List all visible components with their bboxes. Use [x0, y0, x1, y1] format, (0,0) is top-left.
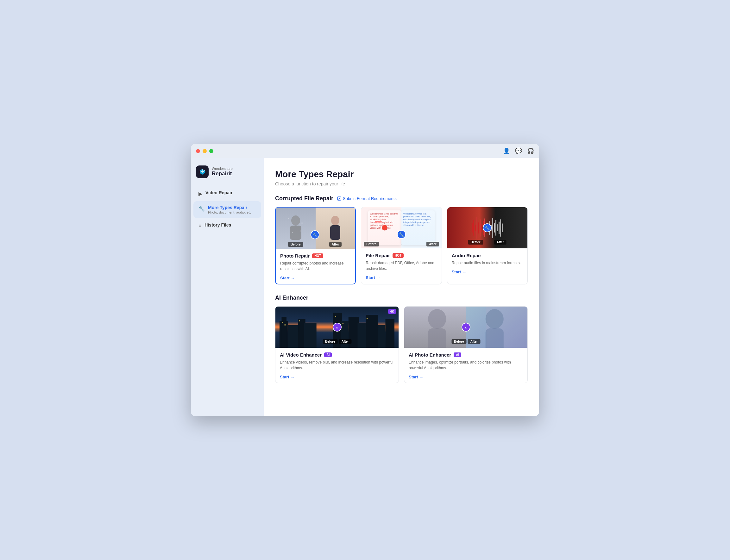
chat-icon[interactable]: 💬 — [515, 147, 522, 154]
svg-rect-2 — [290, 226, 301, 240]
file-repair-badge: 🔧 — [397, 230, 406, 239]
file-doc-before: Wondershare Virbo powerful AI video gene… — [368, 210, 402, 245]
close-button[interactable] — [196, 149, 200, 153]
ai-enhancer-header: AI Enhancer — [275, 295, 528, 301]
audio-repair-start[interactable]: Start → — [452, 270, 466, 274]
photo2-after-label: After — [468, 339, 480, 344]
ai-photo-title: AI Photo Enhancer — [409, 352, 451, 358]
sidebar-item-more-types-repair[interactable]: 🔧 More Types Repair Photo, document, aud… — [193, 201, 261, 218]
minimize-button[interactable] — [203, 149, 207, 153]
svg-rect-14 — [304, 323, 316, 348]
file-repair-start[interactable]: Start → — [366, 275, 380, 280]
photo-before: 🔧 Before — [276, 208, 315, 249]
sidebar: Wondershare Repairit ▶ Video Repair 🔧 Mo… — [191, 158, 264, 416]
sidebar-item-video-repair-label: Video Repair — [205, 190, 232, 195]
audio-repair-title-row: Audio Repair — [452, 253, 523, 258]
audio-repair-content: Audio Repair Repair audio files in mains… — [447, 248, 527, 278]
ai-photo-badge-label: AI — [454, 352, 461, 357]
photo-after-label: After — [329, 242, 341, 247]
ai-photo-desc: Enhance images, optimize portraits, and … — [409, 359, 523, 371]
ai-video-desc: Enhance videos, remove blur, and increas… — [280, 359, 394, 371]
svg-rect-11 — [281, 317, 286, 348]
corrupted-file-repair-header: Corrupted File Repair Submit Format Requ… — [275, 195, 528, 202]
svg-rect-19 — [366, 315, 378, 348]
svg-rect-24 — [299, 320, 300, 321]
sidebar-item-video-repair[interactable]: ▶ Video Repair — [193, 186, 261, 201]
photo-before-label: Before — [288, 242, 303, 247]
photo-repair-title: Photo Repair — [280, 253, 309, 258]
ai-video-start[interactable]: Start → — [280, 375, 294, 379]
photo-repair-content: Photo Repair HOT Repair corrupted photos… — [276, 249, 355, 284]
ai-video-badge: ▲ — [333, 323, 341, 332]
file-repair-title: File Repair — [366, 253, 390, 258]
svg-rect-34 — [486, 307, 527, 348]
audio-repair-card[interactable]: 🔧 — [447, 207, 528, 284]
maximize-button[interactable] — [209, 149, 213, 153]
titlebar-actions: 👤 💬 🎧 — [503, 147, 534, 154]
main-content: More Types Repair Choose a function to r… — [264, 158, 539, 416]
audio-repair-image: 🔧 — [447, 207, 527, 248]
video-after-label: After — [339, 339, 351, 344]
logo-icon — [196, 165, 209, 178]
file-repair-desc: Repair damaged PDF, Office, Adobe and ar… — [366, 260, 437, 271]
corrupted-file-repair-title: Corrupted File Repair — [275, 195, 333, 202]
sidebar-item-history-files[interactable]: ≡ History Files — [193, 219, 261, 233]
audio-repair-badge: 🔧 — [483, 223, 492, 232]
svg-rect-31 — [428, 328, 446, 348]
submit-format-link[interactable]: Submit Format Requirements — [337, 196, 397, 201]
app-window: 👤 💬 🎧 Wondershare Repairit — [191, 144, 539, 416]
ai-video-enhancer-card[interactable]: 4K ▲ Before After AI Video Enhancer AI — [275, 306, 399, 383]
photo-repair-card[interactable]: 🔧 Before After — [275, 207, 356, 284]
ai-video-title: AI Video Enhancer — [280, 352, 321, 358]
sidebar-item-more-types-sub: Photo, document, audio, etc. — [208, 210, 252, 214]
ai-photo-enhancer-content: AI Photo Enhancer AI Enhance images, opt… — [404, 348, 527, 383]
logo-brand: Wondershare — [212, 167, 233, 171]
file-repair-title-row: File Repair HOT — [366, 253, 437, 258]
photo-repair-title-row: Photo Repair HOT — [280, 253, 351, 258]
file-repair-card[interactable]: Wondershare Virbo powerful AI video gene… — [361, 207, 442, 284]
svg-rect-18 — [357, 323, 366, 348]
file-before-label: Before — [364, 242, 379, 246]
ai-photo-start[interactable]: Start → — [409, 375, 423, 379]
sidebar-item-more-types-label: More Types Repair — [208, 205, 252, 210]
audio-repair-desc: Repair audio files in mainstream formats… — [452, 260, 523, 266]
audio-repair-title: Audio Repair — [452, 253, 481, 258]
headset-icon[interactable]: 🎧 — [527, 147, 534, 154]
photo-repair-hot-badge: HOT — [312, 253, 323, 258]
sidebar-item-history-files-text: History Files — [204, 222, 231, 227]
ai-video-enhancer-image: 4K ▲ Before After — [275, 307, 399, 348]
svg-rect-20 — [378, 325, 385, 348]
logo-text: Wondershare Repairit — [212, 167, 233, 177]
page-title: More Types Repair — [275, 169, 528, 179]
photo-after: After — [315, 208, 355, 249]
ai-video-title-row: AI Video Enhancer AI — [280, 352, 394, 358]
more-types-icon: 🔧 — [198, 206, 205, 212]
audio-after-label: After — [494, 240, 506, 245]
repair-icon-badge: 🔧 — [310, 230, 319, 239]
svg-point-4 — [301, 222, 302, 224]
page-subtitle: Choose a function to repair your file — [275, 181, 528, 186]
audio-before-label: Before — [468, 240, 484, 245]
file-after-label: After — [427, 242, 439, 246]
svg-point-1 — [291, 215, 300, 226]
user-icon[interactable]: 👤 — [503, 147, 510, 154]
photo-repair-desc: Repair corrupted photos and increase res… — [280, 260, 351, 272]
video-ba-labels: Before After — [322, 339, 351, 346]
svg-rect-12 — [288, 325, 298, 348]
svg-point-6 — [300, 231, 301, 232]
photo2-before-label: Before — [452, 339, 467, 344]
audio-ba-labels: Before After — [468, 240, 507, 246]
photo-repair-start[interactable]: Start → — [280, 276, 295, 280]
video-city: 4K ▲ Before After — [275, 307, 399, 348]
svg-rect-25 — [335, 316, 336, 317]
file-repair-content: File Repair HOT Repair damaged PDF, Offi… — [361, 248, 441, 283]
svg-rect-8 — [330, 225, 340, 240]
ai-photo-center-badge: ▲ — [462, 323, 471, 332]
sidebar-item-history-files-label: History Files — [204, 222, 231, 227]
photo-repair-image: 🔧 Before After — [276, 208, 355, 249]
corrupted-file-repair-cards: 🔧 Before After — [275, 207, 528, 284]
ai-video-badge-label: AI — [324, 352, 332, 357]
ai-enhancer-cards: 4K ▲ Before After AI Video Enhancer AI — [275, 306, 528, 383]
ai-photo-enhancer-card[interactable]: ▲ Before After AI Photo Enhancer AI Enha… — [404, 306, 528, 383]
file-repair-hot-badge: HOT — [393, 253, 404, 258]
